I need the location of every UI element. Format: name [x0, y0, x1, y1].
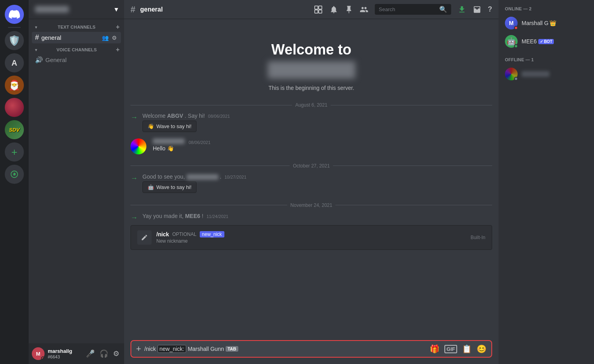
- system-message-abgv: → Welcome ABGV . Say hi! 08/06/2021 👋 Wa…: [124, 111, 499, 134]
- channel-item-voice-general[interactable]: 🔊 General: [32, 55, 121, 65]
- command-description: New nickname: [156, 238, 224, 244]
- wave-label-abgv: Wave to say hi!: [156, 123, 191, 129]
- server-header[interactable]: ████████ ▾: [29, 0, 124, 19]
- mute-icon[interactable]: 🎤: [84, 348, 96, 360]
- message-timestamp-oct27: 10/27/2021: [224, 175, 246, 179]
- deafen-icon[interactable]: 🎧: [98, 348, 110, 360]
- user-discriminator: #6643: [48, 354, 81, 359]
- input-value-text: Marshall Gunn: [188, 346, 224, 352]
- help-icon[interactable]: ?: [488, 5, 492, 14]
- crown-badge: 👑: [549, 20, 556, 26]
- welcome-text: Welcome: [142, 113, 167, 119]
- members-icon[interactable]: [360, 5, 368, 14]
- server-icon-letter-a[interactable]: A: [5, 53, 24, 72]
- speaker-icon: 🔊: [35, 56, 43, 64]
- input-command-text: /nick: [144, 346, 156, 352]
- command-name-row: /nick OPTIONAL new_nick: [156, 231, 224, 237]
- message-content-hello: 08/06/2021 Hello 👋: [153, 138, 492, 153]
- main-content: # general: [124, 0, 499, 364]
- server-icon-shield[interactable]: 🛡️: [5, 31, 24, 50]
- chat-input-box[interactable]: + /nick new_nick: Marshall Gunn TAB 🎁 GI…: [130, 340, 492, 358]
- command-name: /nick: [156, 231, 169, 237]
- search-bar[interactable]: 🔍: [375, 4, 451, 15]
- chat-header: # general: [124, 0, 499, 19]
- download-icon[interactable]: [458, 5, 466, 14]
- chevron-down-icon: ▾: [115, 6, 118, 13]
- wave-button-oct27[interactable]: 🤖 Wave to say hi!: [142, 181, 197, 193]
- welcome-title: Welcome to: [132, 41, 491, 58]
- user-panel: M marshallg #6643 🎤 🎧 ⚙: [29, 343, 124, 364]
- pins-icon[interactable]: [345, 5, 353, 14]
- add-voice-channel-button[interactable]: +: [115, 47, 121, 53]
- text-channels-header[interactable]: ▾ TEXT CHANNELS +: [29, 22, 124, 32]
- say-hi-text: . Say hi!: [185, 113, 205, 119]
- message-group-hello: 08/06/2021 Hello 👋: [124, 137, 499, 154]
- notifications-icon[interactable]: [329, 5, 338, 14]
- hello-text: Hello 👋: [153, 145, 492, 153]
- threads-icon[interactable]: [314, 5, 323, 14]
- join-arrow-icon: →: [130, 113, 138, 122]
- server-icon-sdv[interactable]: SDV: [5, 120, 24, 139]
- member-item-marshall[interactable]: M Marshall G 👑: [502, 14, 591, 32]
- yay-text: Yay you made it,: [142, 213, 185, 219]
- server-icon-add[interactable]: +: [5, 142, 24, 162]
- server-icon-christmas[interactable]: 🎅: [5, 76, 24, 95]
- member-item-offline[interactable]: [502, 65, 591, 83]
- marshall-status: [514, 26, 518, 30]
- wave-button-abgv[interactable]: 👋 Wave to say hi!: [142, 121, 197, 132]
- sticker-icon[interactable]: 📋: [462, 344, 472, 354]
- server-letter: A: [12, 58, 17, 68]
- text-channels-label: TEXT CHANNELS: [58, 25, 95, 29]
- message-timestamp-nov24: 11/24/2021: [206, 214, 228, 219]
- marshall-name-row: Marshall G 👑: [522, 20, 556, 26]
- server-icon-red-blob[interactable]: [5, 98, 24, 117]
- offline-section-title: OFFLINE — 1: [502, 57, 591, 62]
- mee6-status: [514, 44, 518, 48]
- user-settings-icon[interactable]: ⚙: [111, 348, 121, 360]
- date-divider-aug6: August 6, 2021: [124, 99, 499, 111]
- add-text-channel-button[interactable]: +: [115, 24, 121, 30]
- hash-icon: #: [35, 33, 39, 42]
- command-optional-label: OPTIONAL: [172, 232, 197, 237]
- attach-plus-icon[interactable]: +: [136, 344, 141, 354]
- wave-emoji-oct27: 🤖: [148, 184, 154, 190]
- channel-hash-icon: #: [130, 4, 135, 15]
- search-input[interactable]: [379, 6, 436, 12]
- messages-area[interactable]: Welcome to This is the beginning of this…: [124, 19, 499, 340]
- svg-rect-1: [315, 6, 318, 9]
- emoji-icon[interactable]: 😊: [477, 344, 487, 354]
- channel-sidebar: ████████ ▾ ▾ TEXT CHANNELS + # general 👥…: [29, 0, 124, 364]
- channel-actions: 👥 ⚙: [101, 34, 118, 42]
- gift-icon[interactable]: 🎁: [430, 344, 440, 354]
- command-left: /nick OPTIONAL new_nick New nickname: [137, 230, 224, 245]
- command-param: new_nick: [200, 231, 224, 237]
- wave-emoji-abgv: 👋: [148, 123, 154, 129]
- offline-avatar: [505, 68, 518, 80]
- inbox-icon[interactable]: [473, 5, 481, 14]
- chat-input-area: + /nick new_nick: Marshall Gunn TAB 🎁 GI…: [124, 340, 499, 364]
- settings-icon[interactable]: ⚙: [111, 34, 118, 42]
- member-item-mee6[interactable]: 🤖 MEE6 ✓ BOT: [502, 33, 591, 50]
- server-icon-discord-home[interactable]: [5, 5, 24, 24]
- server-icon-discover[interactable]: [5, 165, 24, 184]
- server-name: ████████: [35, 6, 69, 13]
- category-collapse-icon: ▾: [35, 25, 37, 29]
- svg-rect-3: [315, 10, 318, 13]
- gif-icon[interactable]: GIF: [444, 345, 457, 353]
- channel-item-general[interactable]: # general 👥 ⚙: [32, 32, 121, 43]
- text-channels-category: ▾ TEXT CHANNELS + # general 👥 ⚙: [29, 22, 124, 43]
- voice-channels-header[interactable]: ▾ VOICE CHANNELS +: [29, 45, 124, 55]
- mee6-name-row: MEE6 ✓ BOT: [522, 38, 554, 45]
- voice-channel-name: General: [45, 56, 66, 63]
- offline-name-row: [522, 71, 549, 77]
- username: marshallg: [48, 348, 81, 354]
- chat-input-text: /nick new_nick: Marshall Gunn TAB: [144, 345, 427, 353]
- members-sidebar: ONLINE — 2 M Marshall G 👑 🤖: [499, 0, 594, 364]
- system-text-abgv: Welcome ABGV . Say hi! 08/06/2021 👋 Wave…: [142, 113, 230, 132]
- user-avatar[interactable]: M: [32, 347, 45, 360]
- svg-rect-2: [319, 6, 322, 9]
- server-sidebar: 🛡️ A 🎅 SDV +: [0, 0, 29, 364]
- exclaim-text: !: [202, 213, 203, 219]
- add-member-icon[interactable]: 👥: [101, 34, 109, 42]
- mee6-name: MEE6: [185, 213, 200, 219]
